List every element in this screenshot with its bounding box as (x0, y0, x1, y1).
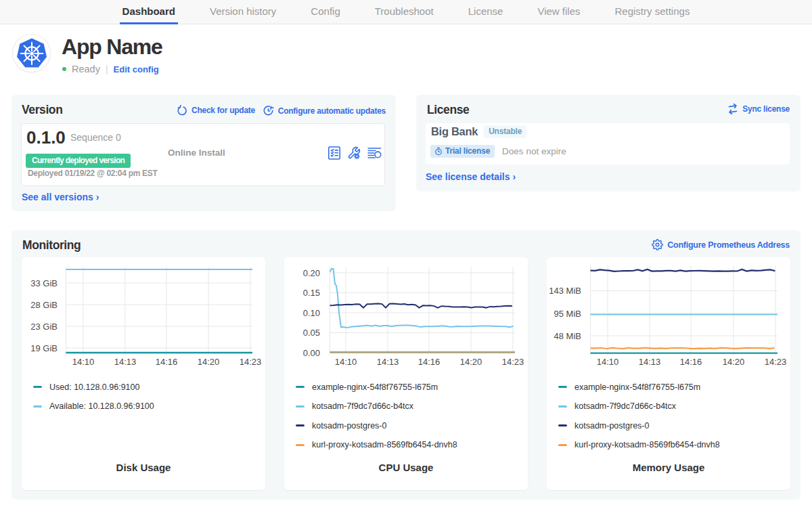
svg-text:14:10: 14:10 (335, 357, 357, 367)
svg-text:28 GiB: 28 GiB (30, 300, 58, 310)
svg-text:0.15: 0.15 (303, 288, 320, 298)
svg-text:14:13: 14:13 (377, 357, 399, 367)
svg-text:19 GiB: 19 GiB (30, 343, 58, 353)
svg-text:0.05: 0.05 (303, 328, 320, 338)
svg-text:0.00: 0.00 (303, 348, 320, 358)
svg-text:14:13: 14:13 (114, 357, 137, 367)
svg-text:14:16: 14:16 (156, 357, 178, 367)
svg-text:14:16: 14:16 (418, 357, 441, 367)
svg-text:23 GiB: 23 GiB (30, 322, 58, 332)
svg-text:33 GiB: 33 GiB (30, 278, 58, 288)
svg-text:14:13: 14:13 (639, 357, 661, 367)
svg-text:143 MiB: 143 MiB (549, 286, 581, 296)
svg-text:14:10: 14:10 (72, 357, 95, 367)
svg-text:48 MiB: 48 MiB (554, 331, 581, 341)
svg-text:14:10: 14:10 (597, 357, 619, 367)
svg-text:14:23: 14:23 (240, 357, 262, 367)
svg-text:14:20: 14:20 (460, 357, 482, 367)
svg-text:14:16: 14:16 (680, 357, 702, 367)
svg-text:14:23: 14:23 (502, 357, 524, 367)
svg-text:14:20: 14:20 (723, 357, 745, 367)
svg-text:0.20: 0.20 (303, 268, 320, 278)
svg-text:0.10: 0.10 (303, 308, 320, 318)
svg-text:14:20: 14:20 (198, 357, 220, 367)
svg-text:14:23: 14:23 (765, 357, 787, 367)
svg-text:95 MiB: 95 MiB (554, 309, 581, 319)
